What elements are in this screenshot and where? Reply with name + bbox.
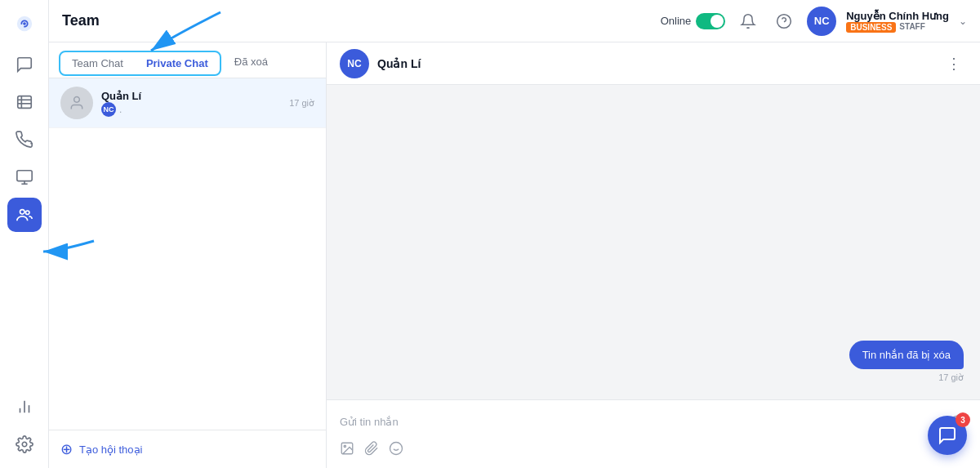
- chat-item[interactable]: Quản Lí NC . 17 giờ: [49, 78, 326, 128]
- nav-item-team[interactable]: [7, 198, 42, 232]
- create-group-label: Tạo hội thoại: [79, 443, 142, 456]
- create-group-button[interactable]: ⊕ Tạo hội thoại: [49, 430, 326, 468]
- online-toggle[interactable]: [696, 13, 725, 29]
- image-tool[interactable]: [340, 441, 354, 460]
- nav-item-contacts[interactable]: [7, 85, 42, 119]
- chat-header-more-button[interactable]: ⋮: [941, 51, 967, 77]
- message-input-row: [340, 408, 967, 435]
- chat-time: 17 giờ: [289, 98, 314, 109]
- chat-list: Quản Lí NC . 17 giờ: [49, 78, 326, 430]
- left-navigation: [0, 0, 49, 468]
- nav-item-phone[interactable]: [7, 123, 42, 157]
- svg-point-21: [344, 445, 345, 447]
- float-chat-badge: 3: [956, 412, 970, 427]
- online-label: Online: [661, 15, 692, 27]
- user-badges: BUSINESS STAFF: [846, 22, 949, 33]
- badge-staff: STAFF: [899, 22, 924, 33]
- input-tools: [340, 435, 967, 460]
- svg-point-22: [390, 443, 403, 455]
- header-right: Online NC Nguyễn Chính Hưng: [661, 7, 967, 36]
- message-time: 17 giờ: [938, 372, 964, 383]
- tab-private-chat[interactable]: Private Chat: [135, 52, 220, 74]
- chat-header-name: Quản Lí: [377, 57, 933, 70]
- messages-area: Tin nhắn đã bị xóa 17 giờ: [327, 85, 980, 399]
- messages-spacer: [343, 101, 964, 341]
- chat-avatar: [60, 87, 93, 119]
- tab-deleted[interactable]: Đã xoá: [223, 49, 279, 78]
- nav-item-screens[interactable]: [7, 160, 42, 194]
- message-input[interactable]: [340, 416, 934, 428]
- nav-item-analytics[interactable]: [7, 390, 42, 424]
- svg-point-14: [22, 442, 27, 447]
- header: Team Online NC Nguyễn Ch: [49, 0, 980, 42]
- svg-point-10: [25, 211, 29, 215]
- chat-info: Quản Lí NC .: [101, 90, 281, 117]
- message-bubble: Tin nhắn đã bị xóa: [849, 341, 964, 369]
- svg-point-1: [23, 22, 26, 25]
- badge-business: BUSINESS: [846, 22, 896, 33]
- tab-team-chat[interactable]: Team Chat: [60, 52, 135, 74]
- user-name: Nguyễn Chính Hưng: [846, 10, 949, 22]
- svg-point-15: [777, 14, 791, 28]
- main-content: Team Online NC Nguyễn Ch: [49, 0, 980, 468]
- user-avatar[interactable]: NC: [807, 7, 836, 36]
- nav-item-chat[interactable]: [7, 47, 42, 82]
- svg-rect-6: [16, 171, 31, 181]
- page-title: Team: [62, 12, 100, 29]
- help-icon[interactable]: [771, 8, 797, 34]
- tabs-bar: Team Chat Private Chat Đã xoá: [49, 42, 326, 78]
- emoji-tool[interactable]: [389, 441, 403, 460]
- sidebar-panel: Team Chat Private Chat Đã xoá Quản Lí: [49, 42, 327, 468]
- online-status: Online: [661, 13, 726, 29]
- chat-panel: NC Quản Lí ⋮ Tin nhắn đã bị xóa 17 giờ: [327, 42, 980, 468]
- float-chat-button[interactable]: 3: [928, 416, 967, 455]
- attachment-tool[interactable]: [364, 441, 379, 460]
- message-input-area: [327, 399, 980, 468]
- chat-header: NC Quản Lí ⋮: [327, 42, 980, 85]
- chat-header-avatar: NC: [340, 49, 369, 78]
- chat-preview: NC .: [101, 102, 281, 117]
- user-info: Nguyễn Chính Hưng BUSINESS STAFF: [846, 10, 949, 33]
- nav-logo[interactable]: [7, 7, 42, 41]
- tab-group-box: Team Chat Private Chat: [59, 51, 221, 76]
- svg-rect-2: [17, 96, 31, 109]
- body-area: Team Chat Private Chat Đã xoá Quản Lí: [49, 42, 980, 468]
- chat-name: Quản Lí: [101, 90, 281, 102]
- svg-point-9: [20, 210, 24, 215]
- notification-icon[interactable]: [735, 8, 761, 34]
- user-menu-chevron[interactable]: ⌄: [959, 16, 967, 27]
- svg-point-17: [74, 97, 80, 103]
- preview-avatar: NC: [101, 102, 116, 117]
- nav-item-settings[interactable]: [7, 427, 42, 461]
- create-group-icon: ⊕: [60, 440, 73, 458]
